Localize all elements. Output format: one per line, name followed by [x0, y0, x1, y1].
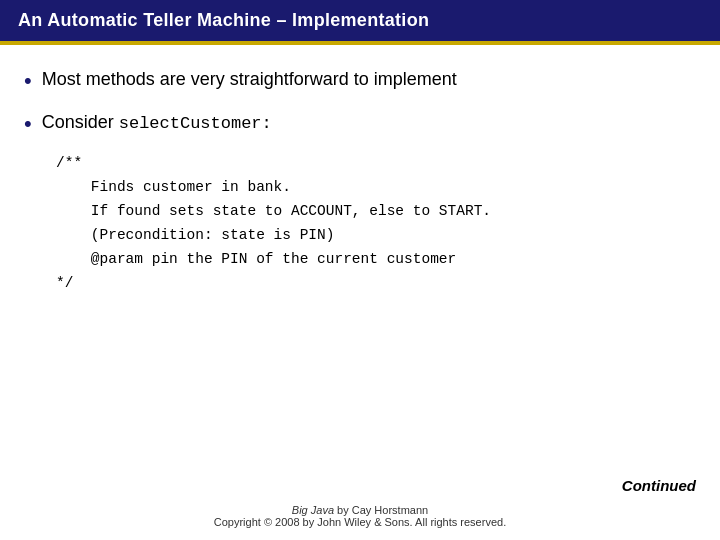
code-line-5: */: [56, 272, 696, 296]
footer: Big Java by Cay Horstmann Copyright © 20…: [0, 504, 720, 528]
code-line-2: If found sets state to ACCOUNT, else to …: [56, 200, 696, 224]
bullet-item-1: • Most methods are very straightforward …: [24, 67, 696, 96]
footer-copyright: Copyright © 2008 by John Wiley & Sons. A…: [214, 516, 506, 528]
bullet-text-1: Most methods are very straightforward to…: [42, 67, 457, 92]
bullet-inline-code: selectCustomer:: [119, 114, 272, 133]
code-line-4: @param pin the PIN of the current custom…: [56, 248, 696, 272]
slide-container: An Automatic Teller Machine – Implementa…: [0, 0, 720, 540]
bullet-dot-2: •: [24, 110, 32, 139]
title-bar: An Automatic Teller Machine – Implementa…: [0, 0, 720, 41]
continued-label: Continued: [622, 477, 696, 494]
code-line-0: /**: [56, 152, 696, 176]
code-block: /** Finds customer in bank. If found set…: [56, 152, 696, 296]
footer-book-title: Big Java: [292, 504, 334, 516]
bullet-dot-1: •: [24, 67, 32, 96]
slide-title: An Automatic Teller Machine – Implementa…: [18, 10, 429, 30]
bullet-item-2: • Consider selectCustomer:: [24, 110, 696, 139]
code-line-3: (Precondition: state is PIN): [56, 224, 696, 248]
footer-author: by Cay Horstmann: [337, 504, 428, 516]
bullet-text-2-before: Consider: [42, 112, 119, 132]
code-line-1: Finds customer in bank.: [56, 176, 696, 200]
bullet-text-2: Consider selectCustomer:: [42, 110, 272, 136]
content-area: • Most methods are very straightforward …: [0, 45, 720, 312]
